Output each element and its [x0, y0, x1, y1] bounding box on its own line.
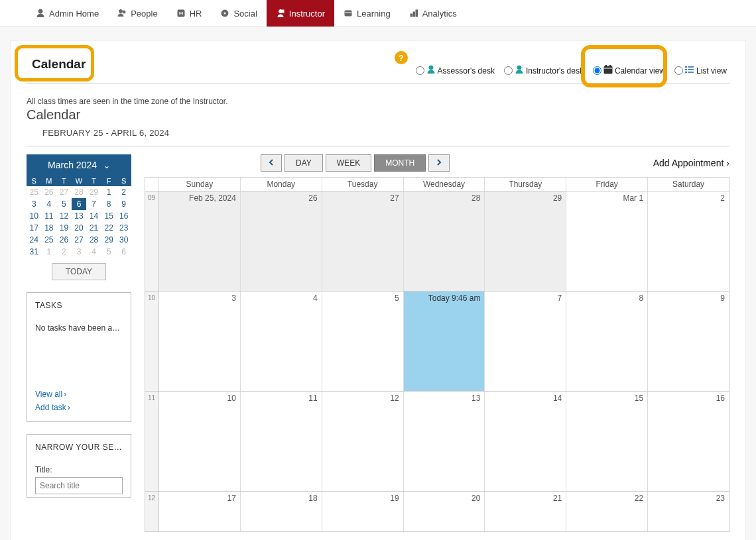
- day-cell[interactable]: 28: [403, 191, 485, 291]
- today-button[interactable]: TODAY: [52, 263, 106, 280]
- day-cell[interactable]: 20: [403, 492, 485, 531]
- mini-day[interactable]: 2: [116, 186, 131, 198]
- nav-learning[interactable]: Learning: [334, 0, 400, 27]
- mini-day[interactable]: 22: [101, 222, 117, 234]
- mini-month-picker[interactable]: March 2024 ⌄: [27, 154, 131, 176]
- view-radio-calendar[interactable]: [593, 66, 601, 75]
- view-calendar[interactable]: Calendar view: [590, 64, 668, 78]
- mini-day[interactable]: 26: [42, 186, 57, 198]
- mini-day[interactable]: 28: [72, 186, 87, 198]
- day-button[interactable]: DAY: [284, 154, 323, 172]
- mini-day[interactable]: 12: [56, 210, 72, 222]
- view-radio-instructor[interactable]: [504, 66, 513, 75]
- mini-day[interactable]: 25: [27, 186, 42, 198]
- nav-admin-home[interactable]: Admin Home: [27, 0, 108, 27]
- day-cell[interactable]: 7: [484, 292, 566, 391]
- view-radio-list[interactable]: [674, 66, 683, 75]
- mini-day[interactable]: 25: [42, 234, 57, 246]
- mini-day[interactable]: 1: [101, 186, 117, 198]
- mini-day[interactable]: 6: [116, 246, 131, 258]
- day-cell[interactable]: 15: [566, 392, 647, 491]
- mini-day[interactable]: 31: [27, 246, 42, 258]
- list-icon: [685, 65, 694, 76]
- mini-day[interactable]: 2: [56, 246, 72, 258]
- mini-day[interactable]: 7: [86, 198, 101, 210]
- week-button[interactable]: WEEK: [326, 154, 371, 172]
- mini-day[interactable]: 16: [116, 210, 131, 222]
- next-button[interactable]: [428, 154, 450, 172]
- mini-day[interactable]: 15: [101, 210, 117, 222]
- mini-day[interactable]: 28: [86, 234, 101, 246]
- day-cell[interactable]: Feb 25, 2024: [158, 191, 240, 291]
- mini-day[interactable]: 17: [27, 222, 42, 234]
- mini-day[interactable]: 13: [72, 210, 87, 222]
- day-cell[interactable]: 13: [403, 392, 485, 491]
- nav-analytics[interactable]: Analytics: [400, 0, 466, 27]
- mini-day[interactable]: 27: [72, 234, 87, 246]
- view-list[interactable]: List view: [672, 64, 729, 78]
- help-icon[interactable]: ?: [395, 51, 408, 64]
- search-title-input[interactable]: [35, 477, 123, 494]
- mini-day[interactable]: 14: [86, 210, 101, 222]
- mini-day[interactable]: 21: [86, 222, 101, 234]
- mini-day[interactable]: 19: [56, 222, 72, 234]
- day-cell[interactable]: 29: [484, 191, 566, 291]
- mini-day[interactable]: 3: [27, 198, 42, 210]
- mini-day[interactable]: 29: [86, 186, 101, 198]
- mini-day[interactable]: 1: [42, 246, 57, 258]
- nav-hr[interactable]: HR: [167, 0, 212, 27]
- mini-day[interactable]: 27: [56, 186, 72, 198]
- nav-people[interactable]: People: [108, 0, 166, 27]
- month-button[interactable]: MONTH: [374, 154, 426, 172]
- day-cell[interactable]: 23: [647, 492, 729, 531]
- mini-day[interactable]: 9: [116, 198, 131, 210]
- view-all-link[interactable]: View all›: [35, 390, 66, 399]
- mini-day[interactable]: 30: [116, 234, 131, 246]
- prev-button[interactable]: [261, 154, 282, 172]
- day-cell[interactable]: Mar 1: [566, 191, 647, 291]
- day-cell[interactable]: 5: [322, 292, 403, 391]
- mini-day[interactable]: 6: [72, 198, 87, 210]
- add-appointment-label: Add Appointment: [653, 158, 724, 168]
- day-cell[interactable]: 21: [484, 492, 566, 531]
- day-cell[interactable]: 27: [322, 191, 403, 291]
- day-cell[interactable]: 2: [647, 191, 729, 291]
- day-cell[interactable]: 9: [647, 292, 729, 391]
- day-cell[interactable]: 11: [240, 392, 322, 491]
- nav-instructor[interactable]: Instructor: [267, 0, 334, 27]
- view-assessor[interactable]: Assessor's desk: [413, 64, 497, 78]
- mini-day[interactable]: 4: [86, 246, 101, 258]
- mini-day[interactable]: 10: [27, 210, 42, 222]
- day-cell[interactable]: 18: [240, 492, 322, 531]
- day-cell[interactable]: 10: [158, 392, 240, 491]
- mini-day[interactable]: 11: [42, 210, 57, 222]
- day-cell[interactable]: 19: [322, 492, 403, 531]
- mini-day[interactable]: 4: [42, 198, 57, 210]
- mini-day[interactable]: 3: [72, 246, 87, 258]
- day-cell[interactable]: 8: [566, 292, 647, 391]
- mini-day[interactable]: 24: [27, 234, 42, 246]
- day-cell[interactable]: 12: [322, 392, 403, 491]
- view-radio-assessor[interactable]: [416, 66, 424, 75]
- day-cell[interactable]: 14: [484, 392, 566, 491]
- mini-day[interactable]: 29: [101, 234, 117, 246]
- day-cell[interactable]: 17: [158, 492, 240, 531]
- day-cell[interactable]: 16: [647, 392, 729, 491]
- mini-day[interactable]: 5: [56, 198, 72, 210]
- nav-social[interactable]: Social: [211, 0, 266, 27]
- mini-day[interactable]: 5: [101, 246, 117, 258]
- mini-day[interactable]: 18: [42, 222, 57, 234]
- mini-day[interactable]: 26: [56, 234, 72, 246]
- mini-day[interactable]: 23: [116, 222, 131, 234]
- day-cell[interactable]: 22: [566, 492, 647, 531]
- add-appointment-link[interactable]: Add Appointment ›: [653, 158, 729, 168]
- day-cell[interactable]: Today 9:46 am: [403, 292, 485, 391]
- add-task-link[interactable]: Add task›: [35, 403, 70, 412]
- day-cell[interactable]: 26: [240, 191, 322, 291]
- day-cell[interactable]: 4: [240, 292, 322, 391]
- mini-day[interactable]: 20: [72, 222, 87, 234]
- day-cell[interactable]: 3: [158, 292, 240, 391]
- mini-day[interactable]: 8: [101, 198, 117, 210]
- view-instructor[interactable]: Instructor's desk: [501, 64, 586, 78]
- dow-header: Monday: [240, 178, 322, 191]
